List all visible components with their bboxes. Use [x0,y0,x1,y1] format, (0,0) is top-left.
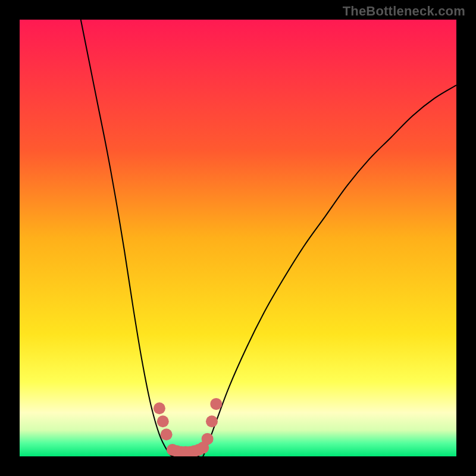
chart-background [20,20,456,456]
site-watermark: TheBottleneck.com [343,4,465,19]
valley-dot [206,415,218,427]
valley-dot [202,433,214,445]
valley-dot [210,398,222,410]
chart-stage: TheBottleneck.com [0,0,476,476]
bottleneck-chart [0,0,476,476]
valley-dot [157,415,169,427]
valley-dot [161,428,173,440]
valley-dot [154,402,165,414]
